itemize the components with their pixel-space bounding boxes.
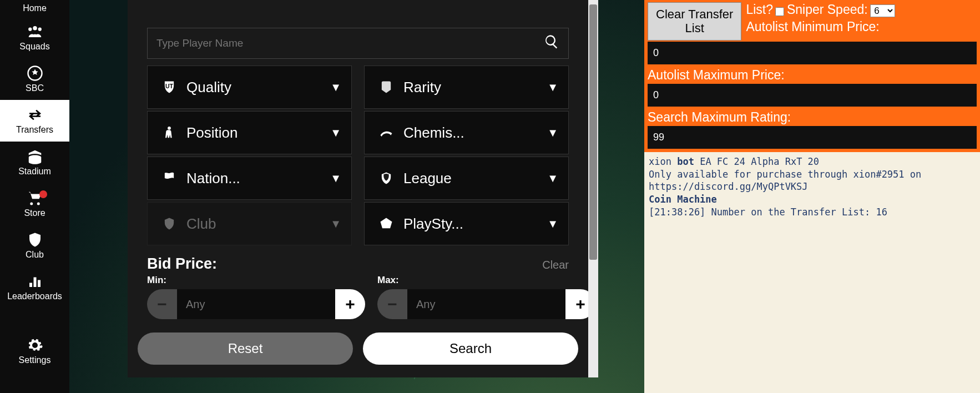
max-rating-input[interactable] (648, 126, 977, 149)
list-checkbox[interactable] (775, 7, 784, 16)
nationality-icon (158, 170, 181, 186)
filter-label: Position (181, 124, 330, 142)
league-icon (375, 170, 398, 186)
chevron-down-icon: ▼ (547, 127, 558, 139)
sidebar-nav: Home Squads SBC Transfers Stadium Store … (0, 0, 69, 393)
chevron-down-icon: ▼ (330, 218, 341, 230)
scrollbar-thumb[interactable] (589, 4, 597, 260)
chevron-down-icon: ▼ (330, 127, 341, 139)
sniper-speed-label: Sniper Speed: (787, 2, 868, 17)
notification-badge (39, 190, 47, 198)
log-text: [21:38:26] Number on the Transfer List: … (649, 206, 887, 218)
stadium-icon (27, 148, 43, 165)
decrement-button[interactable]: − (377, 289, 407, 319)
sidebar-item-squads[interactable]: Squads (0, 17, 69, 58)
action-buttons: Reset Search (138, 332, 578, 365)
sidebar-item-label: Store (24, 208, 45, 218)
bid-max-col: Max: − + (377, 275, 595, 319)
chevron-down-icon: ▼ (330, 172, 341, 185)
squads-icon (27, 23, 43, 40)
bid-price-section: Bid Price: Clear Min: − + Max: − + (147, 255, 569, 319)
chevron-down-icon: ▼ (547, 172, 558, 185)
log-text: Only available for purchase through xion… (649, 169, 921, 180)
autolist-max-input[interactable] (648, 84, 977, 107)
search-icon[interactable] (544, 34, 559, 53)
bot-control-panel: Clear Transfer List List? Sniper Speed: … (644, 0, 980, 393)
clear-btn-line1: Clear Transfer (656, 7, 733, 21)
autolist-max-label: Autolist Maximum Price: (648, 68, 977, 83)
filter-label: Chemis... (398, 124, 547, 142)
sidebar-item-stadium[interactable]: Stadium (0, 142, 69, 183)
sidebar-item-transfers[interactable]: Transfers (0, 100, 69, 142)
sbc-icon (27, 65, 43, 82)
filter-label: Club (181, 215, 330, 233)
bid-min-stepper: − + (147, 289, 365, 319)
bid-min-label: Min: (147, 275, 166, 285)
scrollbar-track[interactable] (588, 0, 598, 377)
sidebar-item-club[interactable]: Club (0, 225, 69, 266)
filter-position[interactable]: Position ▼ (147, 111, 352, 154)
sidebar-item-label: SBC (26, 83, 44, 93)
sniper-speed-select[interactable]: 12345678910 (870, 4, 895, 17)
filter-rarity[interactable]: Rarity ▼ (364, 66, 569, 109)
bid-max-label: Max: (377, 275, 399, 285)
bot-controls: Clear Transfer List List? Sniper Speed: … (644, 0, 980, 152)
autolist-min-label: Autolist Minimum Price: (746, 19, 977, 34)
sidebar-item-label: Home (23, 3, 47, 13)
chemistry-icon (375, 125, 398, 140)
transfers-icon (27, 107, 43, 123)
bid-price-title: Bid Price: (147, 255, 217, 273)
sidebar-item-label: Transfers (16, 125, 53, 135)
log-text: https://discord.gg/MyQPtVKSJ (649, 181, 808, 192)
filter-label: Rarity (398, 79, 547, 96)
autolist-min-input[interactable] (648, 42, 977, 64)
position-icon (158, 125, 181, 140)
bid-min-col: Min: − + (147, 275, 365, 319)
filter-nationality[interactable]: Nation... ▼ (147, 157, 352, 200)
player-name-input[interactable] (156, 37, 544, 49)
transfer-search-panel: UT Quality ▼ Rarity ▼ Position ▼ Chemis.… (128, 0, 588, 377)
svg-text:UT: UT (165, 83, 174, 89)
club-icon (27, 231, 43, 248)
clear-btn-line2: List (685, 21, 704, 35)
bot-log-output: xion bot EA FC 24 Alpha RxT 20 Only avai… (644, 152, 980, 393)
filter-quality[interactable]: UT Quality ▼ (147, 66, 352, 109)
playstyle-icon (375, 216, 398, 231)
settings-icon (27, 337, 43, 354)
chevron-down-icon: ▼ (547, 81, 558, 94)
search-button[interactable]: Search (363, 332, 578, 365)
filter-club: Club ▼ (147, 202, 352, 245)
sidebar-item-leaderboards[interactable]: Leaderboards (0, 266, 69, 308)
club-filter-icon (158, 216, 181, 231)
sidebar-item-store[interactable]: Store (0, 183, 69, 225)
log-text: xion (649, 156, 677, 167)
sidebar-item-sbc[interactable]: SBC (0, 58, 69, 100)
filter-league[interactable]: League ▼ (364, 157, 569, 200)
sidebar-item-home[interactable]: Home (0, 0, 69, 17)
bid-max-stepper: − + (377, 289, 595, 319)
bid-min-input[interactable] (177, 289, 335, 319)
list-checkbox-label: List? (746, 2, 773, 17)
filter-playstyle[interactable]: PlaySty... ▼ (364, 202, 569, 245)
bid-max-input[interactable] (407, 289, 565, 319)
sidebar-item-label: Leaderboards (7, 291, 62, 301)
log-bot-word: bot (677, 156, 694, 167)
log-text: EA FC 24 Alpha RxT 20 (694, 156, 819, 167)
increment-button[interactable]: + (335, 289, 365, 319)
clear-link[interactable]: Clear (542, 259, 569, 271)
decrement-button[interactable]: − (147, 289, 177, 319)
rarity-icon (375, 79, 398, 95)
player-name-search[interactable] (147, 28, 569, 59)
filter-label: Quality (181, 79, 330, 96)
filter-chemistry[interactable]: Chemis... ▼ (364, 111, 569, 154)
filter-grid: UT Quality ▼ Rarity ▼ Position ▼ Chemis.… (147, 66, 569, 245)
log-section-header: Coin Machine (649, 194, 717, 205)
quality-icon: UT (158, 79, 181, 95)
filter-label: PlaySty... (398, 215, 547, 233)
sidebar-item-label: Stadium (18, 167, 51, 177)
filter-label: League (398, 170, 547, 187)
reset-button[interactable]: Reset (138, 332, 353, 365)
sidebar-item-label: Squads (19, 42, 49, 52)
sidebar-item-settings[interactable]: Settings (0, 330, 69, 372)
clear-transfer-list-button[interactable]: Clear Transfer List (648, 2, 741, 41)
